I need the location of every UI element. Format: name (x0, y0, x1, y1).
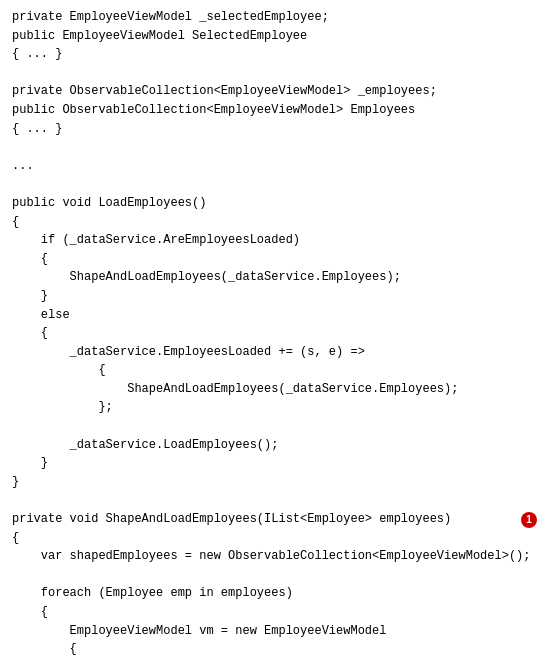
empty-line (12, 491, 537, 510)
code-line: public EmployeeViewModel SelectedEmploye… (12, 27, 537, 46)
annotated-line: private void ShapeAndLoadEmployees(IList… (12, 510, 537, 529)
code-line: if (_dataService.AreEmployeesLoaded) (12, 231, 537, 250)
code-line: else (12, 306, 537, 325)
empty-line (12, 175, 537, 194)
code-line: public void LoadEmployees() (12, 194, 537, 213)
code-line: { ... } (12, 120, 537, 139)
code-container: private EmployeeViewModel _selectedEmplo… (0, 0, 549, 661)
code-line: } (12, 454, 537, 473)
code-line: private void ShapeAndLoadEmployees(IList… (12, 510, 517, 529)
annotation-badge: 1 (521, 512, 537, 528)
code-line: EmployeeViewModel vm = new EmployeeViewM… (12, 622, 537, 641)
code-line: var shapedEmployees = new ObservableColl… (12, 547, 537, 566)
code-line: _dataService.LoadEmployees(); (12, 436, 537, 455)
code-line: } (12, 287, 537, 306)
empty-line (12, 566, 537, 585)
code-line: { (12, 361, 537, 380)
empty-line (12, 138, 537, 157)
code-line: { (12, 250, 537, 269)
code-line: ... (12, 157, 537, 176)
code-line: private EmployeeViewModel _selectedEmplo… (12, 8, 537, 27)
empty-line (12, 64, 537, 83)
empty-line (12, 417, 537, 436)
code-line: { (12, 324, 537, 343)
code-line: ShapeAndLoadEmployees(_dataService.Emplo… (12, 268, 537, 287)
code-line: } (12, 473, 537, 492)
code-line: { (12, 529, 537, 548)
code-line: public ObservableCollection<EmployeeView… (12, 101, 537, 120)
code-line: { ... } (12, 45, 537, 64)
code-line: { (12, 213, 537, 232)
code-line: foreach (Employee emp in employees) (12, 584, 537, 603)
code-line: { (12, 603, 537, 622)
code-line: { (12, 640, 537, 659)
code-line: }; (12, 398, 537, 417)
code-line: private ObservableCollection<EmployeeVie… (12, 82, 537, 101)
code-line: _dataService.EmployeesLoaded += (s, e) =… (12, 343, 537, 362)
code-line: ShapeAndLoadEmployees(_dataService.Emplo… (12, 380, 537, 399)
